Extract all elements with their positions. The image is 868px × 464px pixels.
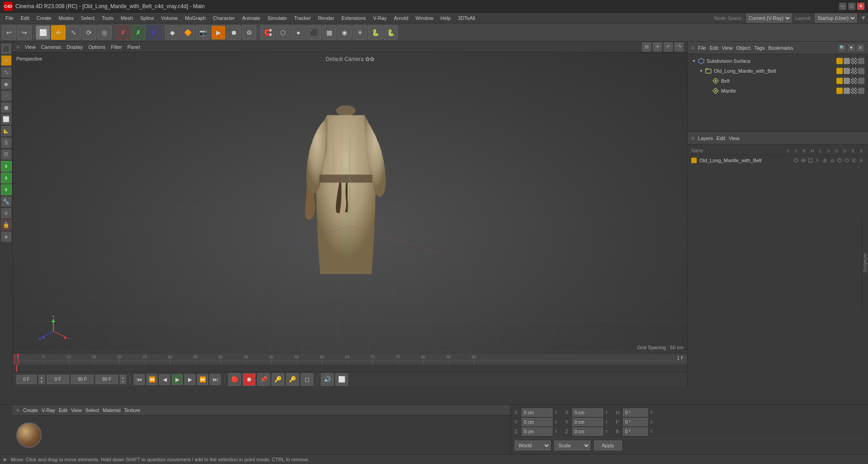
- tag-extra-sub[interactable]: [858, 58, 864, 64]
- obj-expand-mantle[interactable]: ▼: [698, 68, 704, 74]
- tool-unknown[interactable]: ●: [1, 231, 12, 242]
- layout-expand[interactable]: ▼: [860, 14, 866, 21]
- transport-icon-auto-key[interactable]: ⏺: [243, 373, 255, 386]
- om-menu-bookmarks[interactable]: Bookmarks: [768, 45, 793, 51]
- layer-icon-r[interactable]: [807, 157, 814, 164]
- undo-button[interactable]: ↩: [2, 25, 16, 40]
- tag-gray-mantle[interactable]: [844, 88, 850, 94]
- tag-extra-mantle[interactable]: [858, 88, 864, 94]
- transport-icon-7[interactable]: 🔊: [321, 373, 334, 386]
- tool-point[interactable]: ◆: [1, 79, 12, 89]
- minimize-button[interactable]: ─: [839, 3, 846, 10]
- transport-go-end[interactable]: ⏭: [210, 374, 221, 385]
- coord2-x-spinner[interactable]: ⬆: [605, 410, 609, 415]
- frame-spinner[interactable]: ▲ ▼: [38, 375, 45, 384]
- start-frame-input[interactable]: [47, 375, 69, 384]
- menu-3dtool[interactable]: 3DToAll: [454, 14, 479, 22]
- obj-expand-belt[interactable]: ▶: [706, 78, 711, 84]
- redo-button[interactable]: ↪: [17, 25, 32, 40]
- tool-spline[interactable]: 🔶: [180, 25, 195, 40]
- om-menu-file[interactable]: File: [698, 45, 706, 51]
- tool-credits2[interactable]: $: [1, 173, 12, 183]
- tag-yellow-m[interactable]: [836, 68, 843, 74]
- coord-z-input[interactable]: [522, 427, 552, 436]
- axis-x[interactable]: ✗: [116, 25, 130, 40]
- menu-vray[interactable]: V-Ray: [369, 14, 390, 22]
- layer-icon-d[interactable]: [844, 157, 850, 164]
- transport-next-key[interactable]: ⏩: [197, 374, 208, 385]
- menu-extensions[interactable]: Extensions: [338, 14, 369, 22]
- rot-h-spinner[interactable]: ⬆: [650, 410, 653, 415]
- layer-icon-s[interactable]: [793, 157, 799, 164]
- sculpture-label[interactable]: Sculpture: [863, 253, 868, 272]
- layer-icon-a[interactable]: [829, 157, 835, 164]
- vp-ctrl-4[interactable]: ↷: [675, 42, 684, 52]
- transport-step-forward[interactable]: ▶: [184, 374, 195, 385]
- mat-menu-material[interactable]: Material: [103, 408, 120, 413]
- transport-play[interactable]: ▶: [172, 374, 183, 385]
- om-close[interactable]: ✕: [856, 44, 864, 52]
- viewport-menu-display[interactable]: Display: [66, 44, 83, 50]
- material-thumb-mantle[interactable]: Old_Long_M: [16, 422, 42, 448]
- coord-y-input[interactable]: [522, 418, 552, 426]
- menu-modes[interactable]: Modes: [55, 14, 77, 22]
- transport-step-back[interactable]: ◀: [159, 374, 170, 385]
- end-frame-input-1[interactable]: [71, 375, 94, 384]
- rot-p-input[interactable]: [623, 418, 648, 426]
- obj-row-mantle[interactable]: ▶ Mantle: [688, 86, 868, 96]
- transport-icon-5[interactable]: 🔑: [286, 373, 299, 386]
- coord2-z-spinner[interactable]: ⬆: [605, 429, 609, 434]
- lm-menu-view[interactable]: View: [729, 136, 740, 141]
- menu-tools[interactable]: Tools: [98, 14, 117, 22]
- coord2-y-spinner[interactable]: ⬆: [605, 420, 609, 424]
- transport-icon-6[interactable]: ◻: [301, 373, 313, 386]
- layer-icon-x[interactable]: [858, 157, 864, 164]
- vp-ctrl-2[interactable]: ✛: [653, 42, 662, 52]
- om-menu-icon[interactable]: ≡: [691, 45, 694, 51]
- tool-edge[interactable]: ⟋: [1, 90, 12, 101]
- coord-y-spinner[interactable]: ⬆: [554, 420, 558, 424]
- obj-row-subdivision[interactable]: ▼ Subdivision Surface: [688, 56, 868, 66]
- om-search[interactable]: 🔍: [838, 44, 846, 52]
- viewport-menu-filter[interactable]: Filter: [111, 44, 122, 50]
- transport-prev-key[interactable]: ⏪: [146, 374, 157, 385]
- tool-scale-sidebar[interactable]: S: [1, 137, 12, 148]
- menu-edit[interactable]: Edit: [17, 14, 33, 22]
- mat-menu-vray[interactable]: V-Ray: [42, 408, 55, 413]
- tool-snap[interactable]: 🧲: [260, 25, 275, 40]
- lm-menu-edit[interactable]: Edit: [717, 136, 725, 141]
- tool-polygon-mode[interactable]: ◼: [1, 102, 12, 113]
- menu-create[interactable]: Create: [33, 14, 55, 22]
- tool-sculpt[interactable]: 🔧: [1, 196, 12, 207]
- layer-icon-v[interactable]: [800, 157, 807, 164]
- tag-extra-belt[interactable]: [858, 78, 864, 84]
- obj-row-belt[interactable]: ▶ Belt: [688, 76, 868, 86]
- rot-b-input[interactable]: [623, 427, 648, 436]
- mat-menu-create[interactable]: Create: [23, 408, 38, 413]
- mode-move[interactable]: ✛: [51, 25, 66, 40]
- mode-rotate[interactable]: ⟳: [82, 25, 96, 40]
- vp-ctrl-1[interactable]: ⊞: [642, 42, 651, 52]
- timeline-track[interactable]: [13, 365, 687, 372]
- menu-select[interactable]: Select: [77, 14, 99, 22]
- tool-move-sidebar[interactable]: 📐: [1, 126, 12, 136]
- menu-simulate[interactable]: Simulate: [264, 14, 291, 22]
- mode-object[interactable]: ⬜: [36, 25, 50, 40]
- obj-expand-sub[interactable]: ▼: [691, 58, 697, 64]
- tool-ipr[interactable]: ⏺: [226, 25, 241, 40]
- viewport-menu-options[interactable]: Options: [88, 44, 105, 50]
- om-menu-view[interactable]: View: [722, 45, 733, 51]
- mat-menu-view[interactable]: View: [71, 408, 82, 413]
- menu-mesh[interactable]: Mesh: [117, 14, 137, 22]
- rot-p-spinner[interactable]: ⬆: [650, 420, 653, 424]
- tag-yellow-sub[interactable]: [836, 58, 843, 64]
- menu-tracker[interactable]: Tracker: [291, 14, 315, 22]
- mode-transform[interactable]: ◎: [97, 25, 112, 40]
- rot-h-input[interactable]: [623, 408, 648, 417]
- menu-window[interactable]: Window: [412, 14, 437, 22]
- tool-settings[interactable]: ⚙: [242, 25, 256, 40]
- tool-floor[interactable]: ▦: [322, 25, 336, 40]
- tool-select-object[interactable]: ✛: [1, 55, 12, 66]
- layer-icon-l[interactable]: [822, 157, 828, 164]
- tool-snap2[interactable]: ⬡: [276, 25, 290, 40]
